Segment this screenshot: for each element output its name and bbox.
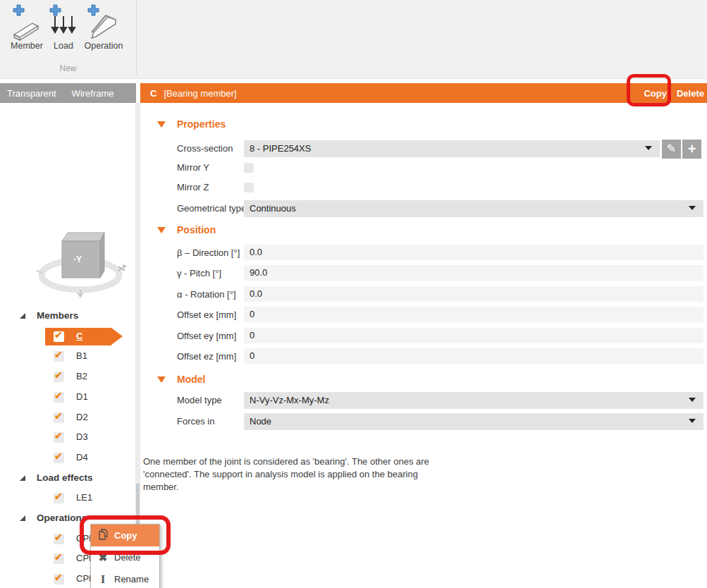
offset-ey-value: 0 [250,330,254,341]
wireframe-button[interactable]: Wireframe [72,88,114,99]
new-member-button[interactable]: Member [6,4,48,58]
tree-item-b2[interactable]: ✔ B2 [0,367,135,387]
new-operation-button[interactable]: Operation [79,4,128,58]
mirror-y-checkbox[interactable] [244,163,254,173]
properties-panel: Properties Cross-section 8 - PIPE254XS ✎… [140,103,707,588]
offset-ex-row: Offset ex [mm] 0 [140,307,707,322]
tree-item-label: D1 [76,391,88,402]
checkbox[interactable]: ✔ [54,412,64,423]
ribbon-group-label: New [0,63,136,73]
offset-ex-input[interactable]: 0 [244,307,703,322]
tree-group-load-effects[interactable]: Load effects [0,468,135,489]
tree-item-b1[interactable]: ✔ B1 [0,346,135,367]
copy-icon [97,529,109,542]
forces-in-select[interactable]: Node [244,413,703,430]
tree-item-d4[interactable]: ✔ D4 [0,448,135,468]
field-label: Mirror Y [177,162,209,173]
pitch-input[interactable]: 90.0 [244,265,703,281]
offset-ez-value: 0 [250,350,254,361]
checkbox[interactable]: ✔ [54,432,64,443]
offset-ey-input[interactable]: 0 [244,328,703,343]
checkbox[interactable]: ✔ [54,453,64,463]
chevron-down-icon [689,419,696,423]
check-icon: ✔ [54,572,63,583]
cross-section-select[interactable]: 8 - PIPE254XS [244,140,660,157]
context-menu-delete[interactable]: ✖ Delete [91,546,159,568]
tree-item-label: D2 [76,412,88,422]
checkbox[interactable]: ✔ [54,392,64,403]
check-icon: ✔ [54,430,63,441]
offset-ez-input[interactable]: 0 [244,348,703,364]
tree-item-label: C [76,331,82,341]
check-icon: ✔ [54,410,63,422]
delete-button[interactable]: Delete [677,88,704,99]
member-name: C [150,88,156,99]
checkbox[interactable]: ✔ [54,553,64,564]
offset-ez-row: Offset ez [mm] 0 [140,348,707,364]
member-type-label: [Bearing member] [164,88,236,99]
cross-section-value: 8 - PIPE254XS [250,143,311,154]
expander-icon[interactable] [20,313,25,319]
forces-in-row: Forces in Node [140,413,707,430]
plus-icon [87,4,99,16]
pencil-icon: ✎ [667,142,676,154]
direction-value: 0.0 [250,247,262,257]
new-load-button[interactable]: Load [48,4,79,58]
edit-cross-section-button[interactable]: ✎ [662,140,681,159]
checkbox[interactable]: ✔ [54,351,64,362]
context-menu-label: Delete [114,552,141,563]
context-menu-label: Rename [114,574,149,584]
field-label: Offset ex [mm] [177,310,236,320]
tree-item-d1[interactable]: ✔ D1 [0,387,135,408]
tree-group-label: Members [37,310,78,321]
tree-group-label: Operations [37,513,87,523]
field-label: Offset ez [mm] [177,351,236,362]
tree-item-d2[interactable]: ✔ D2 [0,408,135,428]
context-menu-rename[interactable]: I Rename [91,568,159,588]
expander-icon[interactable] [20,475,25,481]
checkbox[interactable]: ✔ [54,372,64,382]
help-text: One member of the joint is considered as… [143,455,439,494]
ribbon: Member Load Operation New [0,0,707,79]
tree-item-label: D4 [76,452,88,463]
add-cross-section-button[interactable]: + [682,140,701,159]
scene-tree-panel: -Y Members ✔ C ✔ B1 ✔ B2 ✔ D1 ✔ D2 [0,103,135,588]
collapse-icon[interactable] [157,121,166,128]
tree-group-members[interactable]: Members [0,306,135,326]
field-label: Offset ey [mm] [177,331,236,341]
checkbox[interactable]: ✔ [54,331,64,342]
tree-item-d3[interactable]: ✔ D3 [0,427,135,448]
rotation-input[interactable]: 0.0 [244,286,703,302]
view-cube[interactable]: -Y [30,210,128,300]
tree-item-label: B2 [76,371,87,381]
rename-cursor-icon: I [97,572,109,587]
mirror-z-row: Mirror Z [140,182,707,193]
checkbox[interactable]: ✔ [54,574,64,584]
tree-item-le1[interactable]: ✔ LE1 [0,488,135,508]
context-menu: Copy ✖ Delete I Rename [90,524,160,588]
section-title: Model [177,374,205,385]
chevron-down-icon [689,398,696,402]
model-type-select[interactable]: N-Vy-Vz-Mx-My-Mz [244,392,703,409]
tree-item-c[interactable]: ✔ C [0,326,135,347]
load-arrows-icon [51,14,76,41]
panel-divider-scrollbar[interactable] [135,103,140,588]
tree-item-label: D3 [76,431,88,442]
pitch-value: 90.0 [250,267,267,278]
collapse-icon[interactable] [157,376,166,383]
check-icon: ✔ [54,349,63,360]
collapse-icon[interactable] [157,227,166,233]
checkbox[interactable]: ✔ [54,493,64,503]
copy-button[interactable]: Copy [644,88,667,99]
checkbox[interactable]: ✔ [54,534,64,544]
geometrical-type-select[interactable]: Continuous [244,200,703,217]
context-menu-copy[interactable]: Copy [91,525,159,546]
section-title: Position [177,224,216,235]
selection-arrow [111,328,123,345]
direction-input[interactable]: 0.0 [244,245,703,260]
expander-icon[interactable] [20,515,25,521]
geometrical-type-value: Continuous [250,203,296,214]
transparent-button[interactable]: Transparent [7,88,56,99]
mirror-z-checkbox[interactable] [244,183,254,192]
check-icon: ✔ [54,390,63,401]
